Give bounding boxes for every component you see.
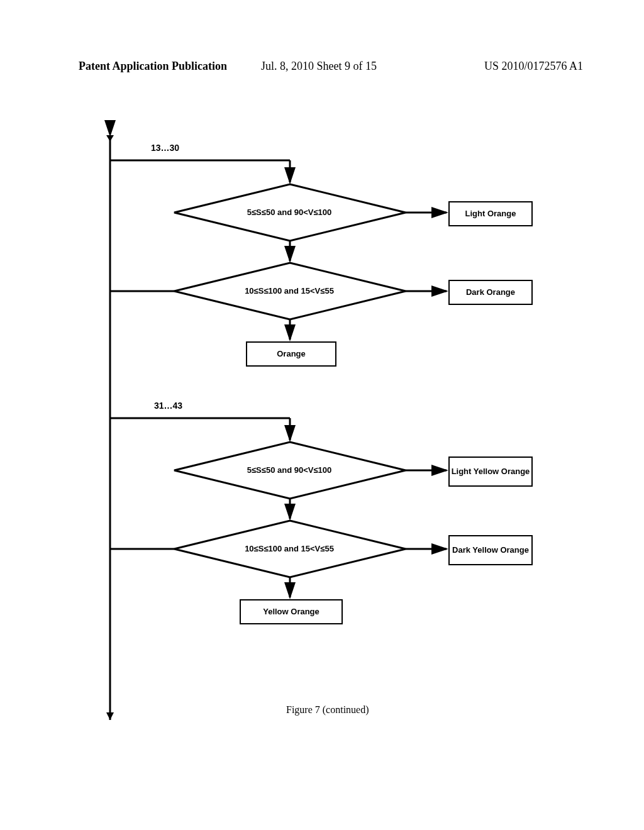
branch2-default: Yellow Orange (240, 599, 343, 624)
branch2-diamond1-text: 5≤S≤50 and 90<V≤100 (211, 465, 368, 475)
branch2-result1: Light Yellow Orange (448, 456, 533, 487)
branch1-result2: Dark Orange (448, 280, 533, 305)
branch1-result1: Light Orange (448, 201, 533, 226)
branch1-range-label: 13…30 (151, 143, 179, 153)
header-right: US 2010/0172576 A1 (484, 60, 583, 73)
branch2-result2: Dark Yellow Orange (448, 535, 533, 565)
flowchart: 13…30 31…43 5≤S≤50 and 90<V≤100 10≤S≤100… (97, 135, 563, 720)
svg-marker-1 (106, 135, 114, 141)
header-mid: Jul. 8, 2010 Sheet 9 of 15 (261, 60, 377, 73)
svg-marker-2 (106, 712, 114, 720)
branch1-diamond1-text: 5≤S≤50 and 90<V≤100 (211, 208, 368, 217)
header-left: Patent Application Publication (79, 60, 227, 73)
figure-caption: Figure 7 (continued) (286, 704, 369, 716)
branch1-diamond2-text: 10≤S≤100 and 15<V≤55 (211, 286, 368, 296)
branch2-diamond2-text: 10≤S≤100 and 15<V≤55 (211, 544, 368, 553)
branch2-range-label: 31…43 (154, 401, 182, 411)
branch1-default: Orange (246, 341, 336, 367)
